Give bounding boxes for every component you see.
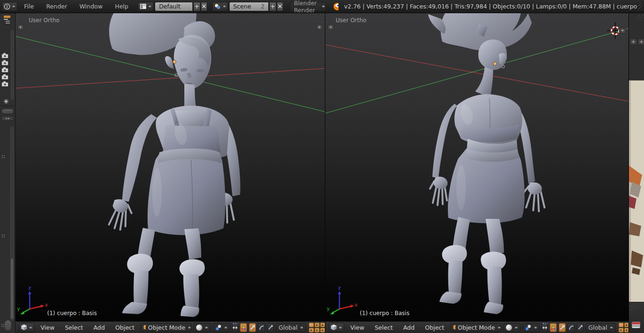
transform-orientation-select[interactable]: Global — [276, 323, 306, 332]
menu-select[interactable]: Select — [371, 324, 397, 331]
scrollbar-thumb[interactable] — [11, 258, 13, 319]
layer-toggle[interactable] — [309, 328, 314, 333]
menu-add[interactable]: Add — [89, 324, 109, 331]
pivot-point-icon — [215, 325, 222, 331]
expand-toolshelf-button[interactable]: + — [327, 24, 334, 30]
render-engine-select[interactable]: Blender Render — [290, 2, 326, 11]
updown-arrows-icon — [12, 4, 16, 9]
area-corner-grip[interactable] — [621, 14, 628, 21]
camera-icon[interactable] — [1, 60, 8, 66]
area-corner-grip[interactable] — [638, 3, 642, 10]
screen-layout-name-field[interactable]: Default — [155, 2, 192, 11]
layer-toggle[interactable] — [320, 328, 325, 333]
close-scene-button[interactable]: ✕ — [277, 2, 283, 11]
mode-select[interactable]: Object Mode — [450, 323, 501, 332]
scene-users-count[interactable]: 2 — [256, 3, 264, 10]
screen-layout-browse-button[interactable] — [138, 2, 154, 11]
plus-circle-icon[interactable] — [3, 98, 9, 105]
area-corner-grip[interactable] — [637, 14, 644, 21]
layer-toggle[interactable] — [619, 323, 624, 327]
scene-browse-button[interactable] — [212, 2, 228, 11]
layer-toggle[interactable] — [309, 323, 314, 327]
manipulator-toggle-button[interactable]: ↔ — [542, 323, 548, 332]
scrollbar[interactable] — [11, 30, 14, 100]
image-editor-header — [629, 302, 644, 333]
3d-viewport-canvas[interactable]: z x y User Ortho (1) cuerpo : Basis + + — [325, 13, 628, 321]
reference-image-strip[interactable] — [629, 80, 644, 302]
3d-viewport-left: z x y User Ortho (1) cuerpo : Basis + + … — [16, 13, 325, 333]
menu-select[interactable]: Select — [61, 324, 88, 331]
layer-toggle[interactable] — [314, 328, 320, 333]
manipulator-rotate-button[interactable] — [568, 323, 575, 332]
editor-type-button-3dview[interactable] — [19, 323, 34, 332]
expand-properties-button[interactable]: + — [316, 24, 323, 30]
camera-icon[interactable] — [1, 53, 8, 58]
menu-add[interactable]: Add — [399, 324, 419, 331]
updown-arrows-icon — [322, 4, 323, 9]
layer-toggle[interactable] — [619, 328, 624, 333]
manipulator-scale-button[interactable] — [267, 323, 274, 332]
transform-orientation-select[interactable]: Global — [586, 323, 616, 332]
add-layout-button[interactable]: + — [193, 2, 199, 11]
object-name-label: (1) cuerpo : Basis — [47, 310, 97, 316]
updown-arrows-icon — [610, 325, 613, 330]
layer-toggle[interactable] — [320, 323, 325, 327]
panel-grip-dots[interactable] — [1, 234, 5, 238]
add-scene-button[interactable]: + — [269, 2, 275, 11]
svg-text:z: z — [28, 285, 31, 291]
editor-type-button-info[interactable] — [2, 2, 17, 11]
left-collapsed-panel: ◂ ▸ — [0, 13, 16, 333]
camera-icon[interactable] — [1, 67, 8, 73]
close-layout-button[interactable]: ✕ — [201, 2, 207, 11]
scene-icon — [214, 3, 221, 9]
3d-viewport-icon — [330, 324, 337, 331]
layers-widget — [309, 323, 325, 333]
image-editor-icon[interactable] — [631, 321, 641, 329]
collapsed-widget[interactable] — [4, 320, 12, 331]
manipulator-arrow-button[interactable] — [249, 323, 256, 332]
menu-help[interactable]: Help — [109, 0, 134, 13]
layers-widget — [619, 323, 628, 333]
manipulator-arrow-button[interactable] — [559, 323, 566, 332]
menu-view[interactable]: View — [346, 324, 369, 331]
collapsed-slider-widget[interactable] — [1, 108, 14, 114]
camera-icon[interactable] — [1, 81, 8, 87]
pivot-point-select[interactable] — [522, 323, 540, 332]
manipulator-rotate-button[interactable] — [258, 323, 265, 332]
panel-grip-dots[interactable] — [1, 155, 5, 158]
scene-name-field[interactable]: Scene 2 — [229, 2, 269, 11]
camera-icon[interactable] — [1, 74, 8, 80]
viewport-shading-select[interactable] — [503, 323, 520, 332]
expand-properties-button[interactable]: + — [619, 27, 626, 33]
menu-view[interactable]: View — [36, 324, 59, 331]
area-corner-grip[interactable] — [318, 14, 324, 21]
collapsed-stepper-widget[interactable]: ◂ ▸ — [1, 116, 14, 121]
manipulator-translate-button[interactable] — [550, 323, 557, 332]
object-origin-dot — [173, 60, 176, 64]
expand-panel-button[interactable]: + — [630, 39, 637, 45]
manipulator-translate-button[interactable] — [240, 323, 247, 332]
layer-toggle[interactable] — [624, 323, 628, 327]
manipulator-scale-button[interactable] — [577, 323, 584, 332]
expand-toolshelf-button[interactable]: + — [17, 24, 24, 30]
pivot-point-icon — [525, 325, 531, 331]
object-mode-icon — [143, 325, 146, 330]
expand-panel-button[interactable]: + — [638, 39, 644, 45]
3d-viewport-canvas[interactable]: z x y User Ortho (1) cuerpo : Basis + + — [16, 13, 325, 321]
svg-text:y: y — [327, 306, 330, 312]
area-corner-grip[interactable] — [630, 304, 636, 310]
info-editor-icon — [4, 3, 10, 10]
menu-object[interactable]: Object — [421, 324, 448, 331]
editor-type-button-3dview[interactable] — [329, 323, 344, 332]
manipulator-toggle-button[interactable]: ↔ — [232, 323, 238, 332]
mode-select[interactable]: Object Mode — [140, 323, 191, 332]
rotate-arc-icon — [568, 325, 574, 331]
viewport-shading-select[interactable] — [193, 323, 211, 332]
layer-toggle[interactable] — [314, 323, 320, 327]
pivot-point-select[interactable] — [213, 323, 230, 332]
menu-window[interactable]: Window — [74, 0, 108, 13]
layer-toggle[interactable] — [624, 328, 628, 333]
menu-object[interactable]: Object — [111, 324, 139, 331]
menu-file[interactable]: File — [18, 0, 40, 13]
menu-render[interactable]: Render — [41, 0, 73, 13]
